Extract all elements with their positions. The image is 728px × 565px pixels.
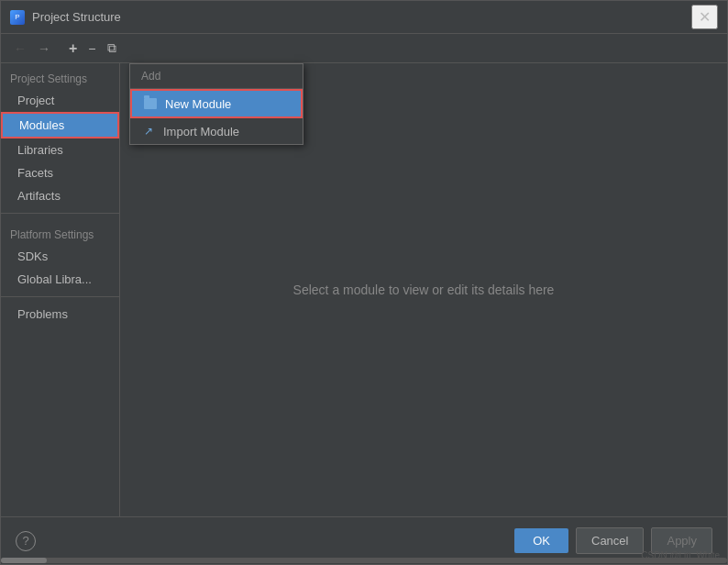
sidebar-item-project[interactable]: Project [1,89,119,112]
remove-button[interactable]: − [83,39,101,59]
help-button[interactable]: ? [16,531,36,551]
ok-button[interactable]: OK [514,528,568,553]
app-icon: P [10,10,25,25]
select-module-text: Select a module to view or edit its deta… [293,282,555,297]
import-module-label: Import Module [163,125,239,138]
main-area: Project Settings Project Modules Librari… [1,63,727,516]
sidebar-item-artifacts[interactable]: Artifacts [1,184,119,207]
back-button[interactable]: ← [8,38,32,60]
cancel-button[interactable]: Cancel [576,527,644,554]
sidebar-item-problems[interactable]: Problems [1,303,119,326]
sidebar-item-sdks-label: SDKs [17,249,48,263]
sidebar-item-modules[interactable]: Modules [1,112,119,138]
sidebar-item-facets[interactable]: Facets [1,161,119,184]
sidebar-item-project-label: Project [17,94,54,107]
sidebar-item-modules-label: Modules [19,118,64,132]
platform-settings-label: Platform Settings [1,219,119,245]
project-structure-dialog: P Project Structure ✕ ← → + − ⧉ Add New … [0,0,728,565]
new-module-item[interactable]: New Module [130,89,303,118]
new-module-label: New Module [165,97,231,111]
sidebar-item-facets-label: Facets [17,166,53,180]
watermark: CSDN @Litt_White [641,550,720,560]
bottom-left: ? [16,531,36,551]
dialog-title: Project Structure [32,10,691,24]
import-module-item[interactable]: ↗ Import Module [130,118,303,144]
nav-toolbar: ← → + − ⧉ Add New Module ↗ Import Module [1,34,727,63]
new-module-icon [143,96,158,111]
copy-button[interactable]: ⧉ [102,38,122,59]
sidebar-item-sdks[interactable]: SDKs [1,245,119,268]
add-button[interactable]: + [63,38,83,60]
title-bar: P Project Structure ✕ [1,1,727,34]
close-button[interactable]: ✕ [691,5,718,29]
forward-button[interactable]: → [32,38,56,60]
sidebar-item-global-libraries-label: Global Libra... [17,272,92,286]
sidebar-item-libraries[interactable]: Libraries [1,138,119,161]
sidebar: Project Settings Project Modules Librari… [1,63,120,516]
sidebar-item-artifacts-label: Artifacts [17,189,61,203]
sidebar-item-libraries-label: Libraries [17,143,63,157]
sidebar-item-global-libraries[interactable]: Global Libra... [1,268,119,291]
dropdown-header: Add [130,64,303,89]
sidebar-item-problems-label: Problems [17,307,68,321]
import-module-icon: ↗ [141,124,156,138]
add-dropdown: Add New Module ↗ Import Module [129,63,303,145]
project-settings-label: Project Settings [1,63,119,89]
